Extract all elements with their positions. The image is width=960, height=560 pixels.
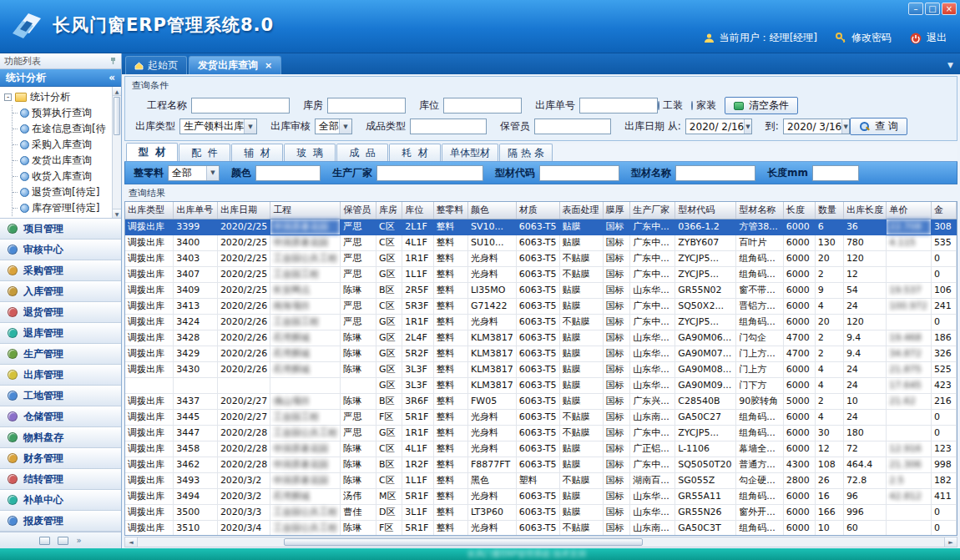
tab-close-icon[interactable]: × bbox=[265, 60, 272, 71]
keeper-input[interactable] bbox=[534, 119, 611, 134]
table-row[interactable]: 调拨出库34582020/2/28华润原著花园陈琳C区4L1F整料光身料6063… bbox=[125, 441, 957, 457]
column-header[interactable]: 保管员 bbox=[341, 202, 376, 219]
close-button[interactable]: × bbox=[942, 3, 957, 15]
sidebar-accordion-item[interactable]: 生产管理 bbox=[0, 344, 121, 365]
scroll-up-icon[interactable]: ▲ bbox=[113, 87, 121, 96]
material-tab[interactable]: 耗 材 bbox=[389, 144, 441, 161]
column-header[interactable]: 出库类型 bbox=[125, 202, 174, 219]
order-no-input[interactable] bbox=[579, 98, 658, 114]
tree-item[interactable]: 收货入库查询 bbox=[13, 169, 110, 184]
sidebar-accordion-item[interactable]: 报废管理 bbox=[0, 511, 121, 532]
horizontal-scrollbar[interactable]: ◄ ► bbox=[124, 537, 957, 547]
out-type-select[interactable]: 生产领料出库 ▼ bbox=[179, 119, 257, 134]
sidebar-accordion-item[interactable]: 入库管理 bbox=[0, 281, 121, 302]
product-type-input[interactable] bbox=[410, 119, 487, 134]
tree-item[interactable]: 库存管理[待定] bbox=[13, 200, 110, 216]
material-tab[interactable]: 单体型材 bbox=[442, 144, 498, 161]
tab-list-chevron-icon[interactable]: ▼ bbox=[947, 61, 953, 69]
column-header[interactable]: 长度 bbox=[783, 202, 815, 219]
material-tab[interactable]: 玻 璃 bbox=[284, 144, 336, 161]
project-name-input[interactable] bbox=[191, 98, 290, 114]
table-row[interactable]: 调拨出库34092020/2/25长安网点陈琳B区2R5F整料LI35MO606… bbox=[125, 282, 957, 298]
sidebar-accordion-item[interactable]: 仓储管理 bbox=[0, 406, 121, 427]
table-row[interactable]: 调拨出库34452020/2/27工业园工程严思F区5R1F整料光身料6063-… bbox=[125, 409, 957, 425]
profile-code-input[interactable] bbox=[539, 165, 619, 181]
column-header[interactable]: 材质 bbox=[516, 202, 559, 219]
material-tab[interactable]: 隔 热 条 bbox=[499, 144, 553, 161]
length-input[interactable] bbox=[812, 165, 859, 181]
color-input[interactable] bbox=[255, 165, 321, 181]
sidebar-accordion-item[interactable]: 结转管理 bbox=[0, 469, 121, 490]
table-row[interactable]: 调拨出库34282020/2/26石湾辉城陈琳G区2L4F整料KLM381760… bbox=[125, 330, 957, 346]
sidebar-accordion-item[interactable]: 退货管理 bbox=[0, 302, 121, 323]
monitor-icon[interactable] bbox=[39, 537, 50, 545]
scroll-right-icon[interactable]: ► bbox=[944, 537, 957, 547]
sidebar-accordion-item[interactable]: 物料盘存 bbox=[0, 427, 121, 448]
tab-shipping-outbound-query[interactable]: 发货出库查询 × bbox=[189, 56, 281, 74]
maker-input[interactable] bbox=[376, 165, 483, 181]
column-header[interactable]: 单价 bbox=[887, 202, 932, 219]
tree-scrollbar[interactable]: ▲ ▼ bbox=[112, 87, 121, 218]
column-header[interactable]: 型材名称 bbox=[736, 202, 784, 219]
column-header[interactable]: 生产厂家 bbox=[630, 202, 675, 219]
table-row[interactable]: 调拨出库34072020/2/25工业园工程严思G区1L1F整料光身料6063-… bbox=[125, 266, 957, 282]
scroll-down-icon[interactable]: ▼ bbox=[113, 209, 121, 218]
tab-home[interactable]: 起始页 bbox=[125, 56, 187, 74]
scroll-left-icon[interactable]: ◄ bbox=[125, 537, 138, 547]
sidebar-accordion-item[interactable]: 工地管理 bbox=[0, 386, 121, 406]
location-input[interactable] bbox=[443, 98, 522, 114]
sidebar-accordion-item[interactable]: 出库管理 bbox=[0, 365, 121, 386]
column-header[interactable]: 表面处理 bbox=[559, 202, 603, 219]
logout-link[interactable]: 退出 bbox=[927, 31, 947, 45]
column-header[interactable]: 出库单号 bbox=[174, 202, 218, 219]
pin-icon[interactable] bbox=[109, 57, 117, 65]
column-header[interactable]: 型材代码 bbox=[675, 202, 736, 219]
table-row[interactable]: 调拨出库35102020/3/4工业园公共工程陈琳F区5R1F整料光身料6063… bbox=[125, 520, 957, 536]
sidebar-accordion-item[interactable]: 审核中心 bbox=[0, 240, 121, 260]
warehouse-input[interactable] bbox=[327, 98, 406, 114]
table-row[interactable]: 调拨出库34622020/2/28华润原著花园陈琳B区1R2F整料F8877FT… bbox=[125, 457, 957, 472]
tree-item[interactable]: 退货查询[待定] bbox=[13, 184, 110, 200]
column-header[interactable]: 膜厚 bbox=[603, 202, 630, 219]
material-tab[interactable]: 配 件 bbox=[179, 144, 230, 161]
sidebar-accordion-item[interactable]: 退库管理 bbox=[0, 323, 121, 344]
table-row[interactable]: 调拨出库34132020/2/26南海项目严思C区5R3F整料G71422606… bbox=[125, 298, 957, 314]
table-row[interactable]: G区3L3F整料KLM38176063-T5贴膜国标山东华...GA90M09.… bbox=[125, 377, 957, 393]
table-row[interactable]: 调拨出库34472020/2/28工业园公共工程严思G区1R1F整料光身料606… bbox=[125, 425, 957, 441]
audit-select[interactable]: 全部 ▼ bbox=[315, 119, 352, 134]
column-header[interactable]: 工程 bbox=[270, 202, 341, 219]
tree-collapse-icon[interactable]: - bbox=[4, 93, 12, 101]
maximize-button[interactable]: □ bbox=[925, 3, 940, 15]
table-row[interactable]: 调拨出库34292020/2/26石湾辉城陈琳G区5R2F整料KLM381760… bbox=[125, 346, 957, 361]
sidebar-accordion-item[interactable]: 补单中心 bbox=[0, 490, 121, 511]
table-row[interactable]: 调拨出库34032020/2/25工业园公共工程严思G区1R1F整料光身料606… bbox=[125, 250, 957, 266]
date-from-picker[interactable]: 2020/ 2/16 ▼ bbox=[685, 119, 752, 134]
table-row[interactable]: 调拨出库33992020/2/25华润原著花园严思C区2L1F整料SV10...… bbox=[125, 219, 957, 235]
column-header[interactable]: 出库长度 bbox=[843, 202, 886, 219]
table-row[interactable]: 调拨出库34372020/2/27佛山项目陈琳B区3R6F整料FW056063-… bbox=[125, 393, 957, 409]
table-row[interactable]: 调拨出库35002020/3/3工业园公共工程曹佳D区3L1F整料LT3P606… bbox=[125, 504, 957, 520]
table-row[interactable]: 调拨出库34302020/2/26石湾辉城陈琳G区3L3F整料KLM381760… bbox=[125, 361, 957, 377]
column-header[interactable]: 金 bbox=[931, 202, 956, 219]
search-button[interactable]: 查 询 bbox=[850, 118, 907, 135]
collapse-icon[interactable]: « bbox=[109, 72, 115, 83]
clear-conditions-button[interactable]: 清空条件 bbox=[725, 97, 798, 114]
material-tab[interactable]: 型 材 bbox=[126, 143, 178, 161]
sidebar-section-header[interactable]: 统计分析 « bbox=[0, 69, 121, 87]
table-row[interactable]: 调拨出库34242020/2/26工业园工程严思G区1R1F整料光身料6063-… bbox=[125, 314, 957, 330]
column-header[interactable]: 出库日期 bbox=[217, 202, 270, 219]
radio-gongzhuang[interactable] bbox=[658, 101, 659, 110]
table-row[interactable]: 调拨出库34002020/2/25华润原著花园严思C区4L1F整料SU10...… bbox=[125, 235, 957, 250]
date-to-picker[interactable]: 2020/ 3/16 ▼ bbox=[783, 119, 850, 134]
change-password-link[interactable]: 修改密码 bbox=[851, 31, 892, 45]
scrollbar-thumb[interactable] bbox=[114, 97, 120, 135]
minimize-button[interactable]: – bbox=[908, 3, 923, 15]
table-row[interactable]: 调拨出库34942020/3/2石湾辉城汤伟M区5R1F整料光身料6063-T5… bbox=[125, 488, 957, 504]
tree-root[interactable]: - 统计分析 bbox=[4, 89, 110, 105]
radio-jiazhuang[interactable] bbox=[691, 101, 693, 110]
sidebar-accordion-item[interactable]: 项目管理 bbox=[0, 219, 121, 240]
table-row[interactable]: 调拨出库34932020/3/2华润原著花园陈琳C区1L1F整料黑色塑料不贴膜国… bbox=[125, 472, 957, 488]
tree-item[interactable]: 发货出库查询 bbox=[13, 153, 110, 169]
sidebar-accordion-item[interactable]: 财务管理 bbox=[0, 448, 121, 469]
column-header[interactable]: 库房 bbox=[376, 202, 402, 219]
